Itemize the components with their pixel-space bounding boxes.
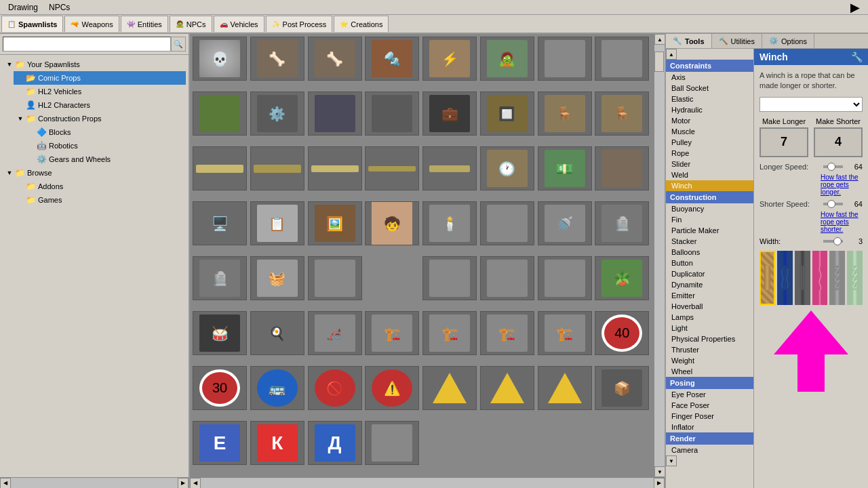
tree-item-browse-root[interactable]: ▼ 📁 Browse bbox=[3, 166, 186, 180]
grid-item-bone2[interactable]: 🦴 bbox=[308, 37, 362, 81]
tool-eye-poser[interactable]: Eye Poser bbox=[666, 389, 753, 400]
right-tab-options[interactable]: ⚙️ Options bbox=[762, 34, 814, 48]
grid-item-plank5[interactable] bbox=[422, 146, 477, 190]
search-button[interactable]: 🔍 bbox=[171, 37, 186, 52]
grid-item-bone1[interactable]: 🦴 bbox=[250, 37, 304, 81]
tool-wheel[interactable]: Wheel bbox=[666, 366, 753, 377]
tree-item-robotics[interactable]: 🤖 Robotics bbox=[24, 139, 186, 152]
tool-balloons[interactable]: Balloons bbox=[666, 247, 753, 258]
right-tab-utilities[interactable]: 🔨 Utilities bbox=[712, 34, 762, 48]
grid-item-papers[interactable]: 📋 bbox=[250, 201, 304, 245]
scroll-left-btn[interactable]: ◀ bbox=[0, 478, 11, 489]
tool-particle-maker[interactable]: Particle Maker bbox=[666, 225, 753, 236]
tool-fin[interactable]: Fin bbox=[666, 214, 753, 225]
grid-item-wheelchair[interactable]: 🦽 bbox=[308, 311, 362, 355]
search-input[interactable] bbox=[3, 37, 171, 52]
make-longer-button[interactable]: 7 bbox=[760, 127, 808, 157]
scroll-thumb[interactable] bbox=[654, 52, 664, 72]
right-tab-tools[interactable]: 🔧 Tools bbox=[666, 34, 712, 48]
rope-preview-rope[interactable] bbox=[760, 251, 775, 305]
tab-postprocess[interactable]: ✨ Post Process bbox=[266, 16, 333, 32]
grid-item-briefcase[interactable]: 💼 bbox=[422, 92, 477, 136]
grid-item-frame1[interactable]: 🔲 bbox=[480, 92, 534, 136]
grid-item-figure1[interactable]: 🧟 bbox=[480, 37, 534, 81]
grid-item-sign-danger[interactable]: ⚠️ bbox=[365, 366, 419, 410]
tool-hoverball[interactable]: Hoverball bbox=[666, 301, 753, 312]
tool-hydraulic[interactable]: Hydraulic bbox=[666, 104, 753, 115]
rope-preview-pink[interactable] bbox=[812, 251, 828, 305]
grid-item-register[interactable]: 🖥️ bbox=[193, 201, 247, 245]
tool-button[interactable]: Button bbox=[666, 258, 753, 268]
tool-weight[interactable]: Weight bbox=[666, 355, 753, 366]
grid-item-cyrillic-d[interactable]: Д bbox=[308, 421, 362, 465]
grid-item-metal2[interactable] bbox=[365, 92, 419, 136]
grid-item-sink[interactable]: 🚿 bbox=[538, 201, 592, 245]
grid-item-pan[interactable]: 🍳 bbox=[250, 311, 304, 355]
tree-item-construction-props[interactable]: ▼ 📁 Construction Props bbox=[14, 112, 186, 125]
tool-light[interactable]: Light bbox=[666, 323, 753, 333]
grid-item-vase[interactable] bbox=[480, 201, 534, 245]
longer-speed-track[interactable] bbox=[823, 165, 843, 168]
center-scroll-left[interactable]: ◀ bbox=[190, 478, 201, 489]
tool-slider[interactable]: Slider bbox=[666, 159, 753, 169]
grid-item-scaffold3[interactable]: 🏗️ bbox=[480, 311, 534, 355]
tool-motor[interactable]: Motor bbox=[666, 115, 753, 126]
grid-item-wire1[interactable]: 🔩 bbox=[365, 37, 419, 81]
tool-elastic[interactable]: Elastic bbox=[666, 94, 753, 104]
shorter-speed-hint[interactable]: How fast the rope gets shorter. bbox=[821, 211, 863, 233]
grid-item-doll[interactable]: 🧒 bbox=[365, 201, 419, 245]
grid-item-scaffold4[interactable]: 🏗️ bbox=[538, 311, 592, 355]
tool-lamps[interactable]: Lamps bbox=[666, 312, 753, 323]
grid-item-metal1[interactable] bbox=[308, 92, 362, 136]
tool-inflator[interactable]: Inflator bbox=[666, 422, 753, 432]
longer-speed-thumb[interactable] bbox=[827, 163, 835, 171]
grid-item-gear1[interactable]: ⚙️ bbox=[250, 92, 304, 136]
tool-winch[interactable]: Winch bbox=[666, 180, 753, 191]
grid-item-extra[interactable] bbox=[365, 421, 419, 465]
width-slider-track[interactable] bbox=[823, 240, 843, 243]
section-constraints[interactable]: Constraints bbox=[666, 60, 753, 72]
grid-item-plant[interactable]: 🪴 bbox=[595, 256, 649, 300]
tool-rope[interactable]: Rope bbox=[666, 148, 753, 159]
tool-ball-socket[interactable]: Ball Socket bbox=[666, 83, 753, 94]
grid-item-chair1[interactable]: 🪑 bbox=[538, 92, 592, 136]
menu-drawing[interactable]: Drawing bbox=[3, 1, 43, 14]
grid-item-triangle3[interactable] bbox=[538, 366, 592, 410]
grid-item-sign-30[interactable]: 30 bbox=[193, 366, 247, 410]
make-shorter-button[interactable]: 4 bbox=[814, 127, 863, 157]
rope-preview-blue[interactable] bbox=[777, 251, 793, 305]
tool-buoyancy[interactable]: Buoyancy bbox=[666, 203, 753, 214]
rope-type-select[interactable] bbox=[760, 97, 863, 112]
tool-stacker[interactable]: Stacker bbox=[666, 236, 753, 247]
rope-preview-wire2[interactable] bbox=[847, 251, 863, 305]
grid-item-plank4[interactable] bbox=[365, 146, 419, 190]
tool-muscle[interactable]: Muscle bbox=[666, 126, 753, 137]
grid-item-grave1[interactable]: 🪦 bbox=[595, 201, 649, 245]
grid-item-dummy2[interactable] bbox=[422, 256, 477, 300]
tab-weapons[interactable]: 🔫 Weapons bbox=[64, 16, 119, 32]
section-render[interactable]: Render bbox=[666, 432, 753, 445]
rope-preview-gray[interactable] bbox=[795, 251, 810, 305]
section-posing[interactable]: Posing bbox=[666, 377, 753, 389]
scroll-right-btn[interactable]: ▶ bbox=[178, 478, 189, 489]
grid-item-plank1[interactable] bbox=[193, 146, 247, 190]
tool-face-poser[interactable]: Face Poser bbox=[666, 400, 753, 411]
tool-pulley[interactable]: Pulley bbox=[666, 137, 753, 148]
grid-item-cyrillic-e[interactable]: Е bbox=[193, 421, 247, 465]
center-scroll-right[interactable]: ▶ bbox=[654, 478, 665, 489]
tree-item-hl2-vehicles[interactable]: 📁 HL2 Vehicles bbox=[14, 85, 186, 98]
tab-creations[interactable]: ⭐ Creations bbox=[334, 16, 389, 32]
longer-speed-hint[interactable]: How fast the rope gets longer. bbox=[821, 174, 863, 196]
grid-item-money[interactable]: 💵 bbox=[538, 146, 592, 190]
grid-item-barrel[interactable]: 🥁 bbox=[193, 311, 247, 355]
tool-thruster[interactable]: Thruster bbox=[666, 344, 753, 355]
grid-item-bone3[interactable] bbox=[595, 37, 649, 81]
grid-item-candle[interactable]: 🕯️ bbox=[422, 201, 477, 245]
grid-item-dummy4[interactable] bbox=[538, 256, 592, 300]
tree-item-blocks[interactable]: 🔷 Blocks bbox=[24, 125, 186, 139]
tree-item-games[interactable]: 📁 Games bbox=[14, 193, 186, 207]
tool-weld[interactable]: Weld bbox=[666, 169, 753, 180]
grid-item-lightning[interactable]: ⚡ bbox=[422, 37, 477, 81]
shorter-speed-track[interactable] bbox=[823, 203, 843, 205]
grid-item-dummy3[interactable] bbox=[480, 256, 534, 300]
